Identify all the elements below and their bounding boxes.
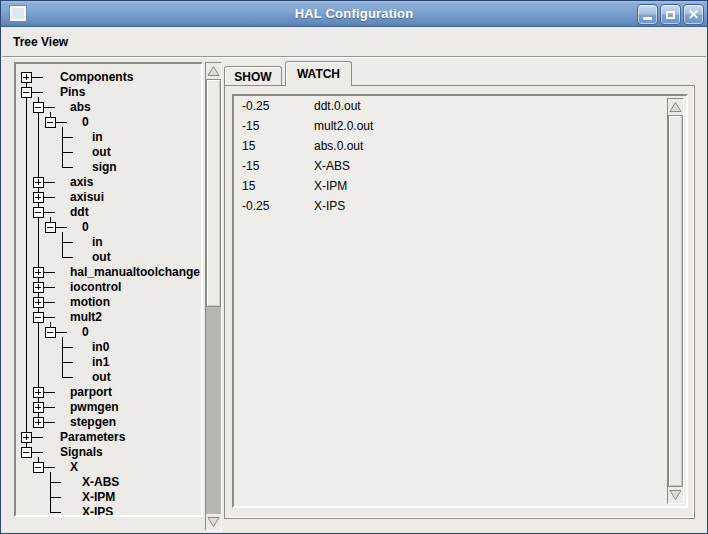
watch-row[interactable]: -0.25ddt.0.out <box>234 96 668 116</box>
tree-node-label[interactable]: hal_manualtoolchange <box>70 265 200 279</box>
tree-node-label[interactable]: Pins <box>60 85 86 99</box>
tree-scroll-up-button[interactable] <box>206 63 221 79</box>
maximize-icon <box>666 11 675 19</box>
watch-signal-name: ddt.0.out <box>314 96 361 116</box>
tree-node-label[interactable]: in0 <box>92 340 110 354</box>
tree-scroll-down-button[interactable] <box>206 514 221 530</box>
tree-node-label[interactable]: out <box>92 250 111 264</box>
tab-watch[interactable]: WATCH <box>285 61 352 86</box>
watch-list: -0.25ddt.0.out-15mult2.0.out15abs.0.out-… <box>234 96 668 504</box>
tree-node-label[interactable]: in1 <box>92 355 110 369</box>
tree-node-label[interactable]: in <box>92 130 103 144</box>
tab-show[interactable]: SHOW <box>224 66 282 86</box>
tree-scrollbar[interactable] <box>205 62 222 531</box>
hal-tree: ComponentsPinsabs0inoutsignaxisaxisuiddt… <box>16 64 201 515</box>
watch-scrollbar-thumb[interactable] <box>668 115 683 487</box>
watch-signal-name: abs.0.out <box>314 136 363 156</box>
close-button[interactable]: ✕ <box>683 4 704 25</box>
menu-tree-view[interactable]: Tree View <box>6 28 75 56</box>
watch-value: 15 <box>242 136 306 156</box>
close-icon: ✕ <box>688 8 699 21</box>
tree-node-label[interactable]: Parameters <box>60 430 126 444</box>
tree-node-label[interactable]: iocontrol <box>70 280 121 294</box>
tree-node-label[interactable]: 0 <box>82 220 89 234</box>
watch-signal-name: X-IPM <box>314 176 347 196</box>
watch-value: 15 <box>242 176 306 196</box>
maximize-button[interactable] <box>660 4 681 25</box>
notebook-body: -0.25ddt.0.out-15mult2.0.out15abs.0.out-… <box>224 85 695 519</box>
watch-value: -0.25 <box>242 96 306 116</box>
tree-node-label[interactable]: X-IPM <box>82 490 115 504</box>
tree-node-label[interactable]: stepgen <box>70 415 116 429</box>
menubar: Tree View <box>2 28 706 56</box>
watch-scroll-down-button[interactable] <box>668 487 683 503</box>
minimize-button[interactable] <box>637 4 658 25</box>
watch-value: -0.25 <box>242 196 306 216</box>
minimize-icon <box>643 17 652 20</box>
tree-node-label[interactable]: Components <box>60 70 134 84</box>
watch-value: -15 <box>242 156 306 176</box>
tree-node-label[interactable]: Signals <box>60 445 103 459</box>
tree-scrollbar-thumb[interactable] <box>206 79 221 307</box>
tree-node-label[interactable]: X-IPS <box>82 505 113 515</box>
tree-node-label[interactable]: axisui <box>70 190 104 204</box>
watch-signal-name: X-ABS <box>314 156 350 176</box>
watch-panel: -0.25ddt.0.out-15mult2.0.out15abs.0.out-… <box>232 94 688 508</box>
watch-signal-name: X-IPS <box>314 196 345 216</box>
watch-row[interactable]: 15abs.0.out <box>234 136 668 156</box>
tree-node-label[interactable]: pwmgen <box>70 400 119 414</box>
tree-node-label[interactable]: motion <box>70 295 110 309</box>
window-title: HAL Configuration <box>1 1 707 27</box>
tree-node-label[interactable]: mult2 <box>70 310 102 324</box>
watch-row[interactable]: 15X-IPM <box>234 176 668 196</box>
tree-node-label[interactable]: in <box>92 235 103 249</box>
watch-scroll-up-button[interactable] <box>668 99 683 115</box>
titlebar: HAL Configuration ✕ <box>1 1 707 27</box>
tree-node-label[interactable]: out <box>92 145 111 159</box>
tree-node-label[interactable]: parport <box>70 385 112 399</box>
tree-view-panel: ComponentsPinsabs0inoutsignaxisaxisuiddt… <box>14 62 203 517</box>
watch-signal-name: mult2.0.out <box>314 116 373 136</box>
watch-value: -15 <box>242 116 306 136</box>
tree-node-label[interactable]: out <box>92 370 111 384</box>
arrow-down-icon <box>207 516 220 528</box>
tree-node-label[interactable]: ddt <box>70 205 89 219</box>
menubar-separator <box>2 56 706 58</box>
arrow-down-icon <box>669 489 682 501</box>
arrow-up-icon <box>669 101 682 113</box>
watch-row[interactable]: -15X-ABS <box>234 156 668 176</box>
tree-node-label[interactable]: X <box>70 460 78 474</box>
hal-configuration-window: HAL Configuration ✕ Tree View Components… <box>0 0 708 534</box>
watch-row[interactable]: -15mult2.0.out <box>234 116 668 136</box>
watch-row[interactable]: -0.25X-IPS <box>234 196 668 216</box>
tree-node-label[interactable]: 0 <box>82 325 89 339</box>
tree-node-label[interactable]: axis <box>70 175 94 189</box>
tree-node-label[interactable]: X-ABS <box>82 475 119 489</box>
tree-node-label[interactable]: 0 <box>82 115 89 129</box>
tree-node-label[interactable]: sign <box>92 160 117 174</box>
tree-node-label[interactable]: abs <box>70 100 91 114</box>
watch-scrollbar[interactable] <box>667 98 684 504</box>
arrow-up-icon <box>207 65 220 77</box>
